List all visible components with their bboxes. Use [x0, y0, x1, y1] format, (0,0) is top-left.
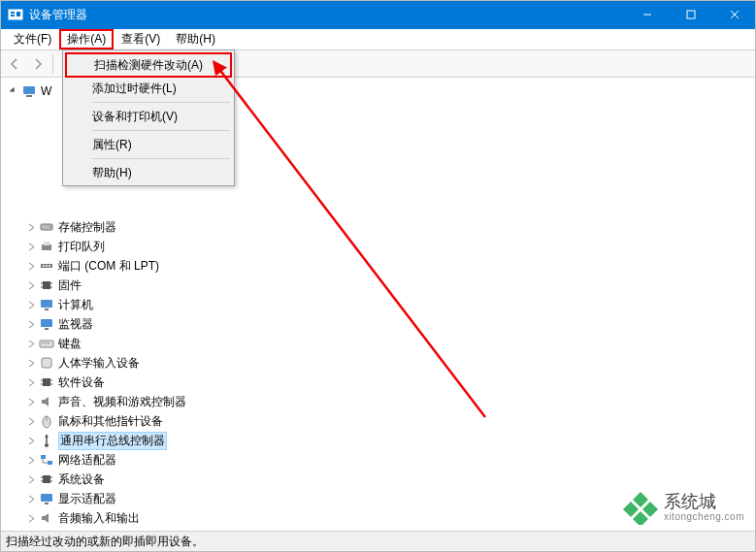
svg-rect-49: [45, 503, 49, 504]
svg-rect-26: [45, 328, 49, 330]
svg-rect-29: [45, 342, 47, 343]
tree-item[interactable]: 计算机: [23, 295, 756, 314]
tree-item-label: 网络适配器: [58, 452, 116, 469]
window-buttons: [625, 0, 756, 29]
expand-icon[interactable]: [25, 221, 37, 233]
svg-rect-2: [11, 15, 15, 16]
tree-item[interactable]: 通用串行总线控制器: [23, 431, 756, 450]
minimize-button[interactable]: [625, 0, 669, 29]
svg-rect-18: [43, 281, 50, 289]
menu-view[interactable]: 查看(V): [114, 29, 168, 49]
svg-rect-48: [41, 494, 52, 502]
device-category-icon: [39, 491, 54, 506]
expand-icon[interactable]: [8, 85, 19, 97]
menu-separator: [92, 102, 230, 103]
tree-item[interactable]: 系统设备: [23, 470, 756, 489]
svg-rect-8: [23, 86, 35, 94]
close-button[interactable]: [712, 0, 756, 29]
tree-item-label: 音频输入和输出: [58, 510, 140, 527]
device-category-icon: [39, 277, 54, 293]
svg-rect-3: [16, 12, 20, 16]
tree-item[interactable]: 照相机: [23, 528, 756, 529]
menu-help[interactable]: 帮助(H): [168, 29, 223, 49]
device-category-icon: [39, 316, 54, 332]
tree-children: 存储控制器打印队列端口 (COM 和 LPT)固件计算机监视器键盘人体学输入设备…: [6, 217, 756, 529]
menu-action[interactable]: 操作(A): [59, 29, 114, 49]
back-button[interactable]: [4, 53, 25, 75]
device-category-icon: [39, 510, 54, 526]
expand-icon[interactable]: [25, 241, 37, 252]
svg-rect-13: [44, 242, 49, 245]
expand-icon[interactable]: [25, 493, 37, 504]
status-text: 扫描经过改动的或新的即插即用设备。: [6, 534, 204, 550]
tree-item-label: 存储控制器: [58, 219, 116, 236]
tree-item[interactable]: 存储控制器: [23, 217, 756, 237]
tree-item[interactable]: 软件设备: [23, 373, 756, 392]
svg-rect-15: [43, 265, 45, 267]
tree-item-label: 打印队列: [58, 239, 105, 255]
menu-bar: 文件(F) 操作(A) 查看(V) 帮助(H): [0, 29, 756, 50]
expand-icon[interactable]: [25, 473, 37, 485]
expand-icon[interactable]: [25, 279, 37, 291]
expand-icon[interactable]: [25, 435, 37, 446]
forward-button[interactable]: [27, 53, 49, 75]
svg-marker-55: [623, 502, 639, 517]
svg-rect-24: [45, 308, 49, 310]
watermark-url: xitongcheng.com: [664, 511, 744, 522]
expand-icon[interactable]: [25, 318, 37, 330]
svg-rect-42: [48, 461, 52, 465]
expand-icon[interactable]: [25, 376, 37, 388]
expand-icon[interactable]: [25, 512, 37, 524]
tree-item[interactable]: 打印队列: [23, 237, 756, 256]
device-category-icon: [39, 258, 54, 274]
device-category-icon: [39, 219, 54, 235]
tree-item[interactable]: 固件: [23, 276, 756, 295]
tree-item[interactable]: 端口 (COM 和 LPT): [23, 256, 756, 276]
svg-rect-31: [42, 358, 51, 368]
menu-separator: [92, 130, 230, 131]
svg-rect-17: [49, 265, 50, 267]
svg-rect-16: [46, 265, 48, 267]
watermark-logo-icon: [623, 490, 658, 525]
tree-item[interactable]: 键盘: [23, 334, 756, 353]
tree-item[interactable]: 监视器: [23, 314, 756, 334]
svg-rect-1: [11, 12, 15, 14]
expand-icon[interactable]: [25, 260, 37, 272]
tree-item-label: 键盘: [58, 336, 82, 352]
svg-rect-28: [42, 342, 44, 343]
tree-item[interactable]: 声音、视频和游戏控制器: [23, 392, 756, 411]
expand-icon[interactable]: [25, 338, 37, 349]
tree-item-label: 声音、视频和游戏控制器: [58, 394, 186, 410]
menu-scan-hardware[interactable]: 扫描检测硬件改动(A): [65, 52, 232, 78]
svg-rect-41: [41, 455, 46, 459]
svg-rect-5: [687, 11, 695, 18]
svg-rect-30: [48, 342, 49, 343]
tree-item-label: 鼠标和其他指针设备: [58, 413, 163, 430]
tree-item[interactable]: 鼠标和其他指针设备: [23, 411, 756, 431]
expand-icon[interactable]: [25, 454, 37, 466]
device-category-icon: [39, 394, 54, 409]
expand-icon[interactable]: [25, 299, 37, 310]
menu-separator: [92, 158, 230, 159]
device-category-icon: [39, 336, 54, 351]
menu-file[interactable]: 文件(F): [6, 29, 59, 49]
expand-icon[interactable]: [25, 415, 37, 427]
tree-item-label: 端口 (COM 和 LPT): [58, 258, 159, 275]
svg-rect-43: [43, 475, 50, 483]
tree-item[interactable]: 网络适配器: [23, 450, 756, 470]
svg-point-11: [49, 226, 51, 228]
maximize-button[interactable]: [669, 0, 712, 29]
action-menu-dropdown: 扫描检测硬件改动(A) 添加过时硬件(L) 设备和打印机(V) 属性(R) 帮助…: [62, 49, 235, 186]
tree-item[interactable]: 人体学输入设备: [23, 353, 756, 373]
device-category-icon: [39, 452, 54, 468]
tree-item-label: 固件: [58, 277, 82, 294]
menu-devices-printers[interactable]: 设备和打印机(V): [65, 106, 232, 127]
menu-help[interactable]: 帮助(H): [65, 162, 232, 183]
menu-add-legacy[interactable]: 添加过时硬件(L): [65, 78, 232, 99]
tree-item-label: 人体学输入设备: [58, 355, 140, 372]
expand-icon[interactable]: [25, 357, 37, 369]
svg-rect-25: [41, 319, 52, 327]
svg-rect-32: [43, 378, 50, 386]
expand-icon[interactable]: [25, 396, 37, 407]
menu-properties[interactable]: 属性(R): [65, 134, 232, 155]
